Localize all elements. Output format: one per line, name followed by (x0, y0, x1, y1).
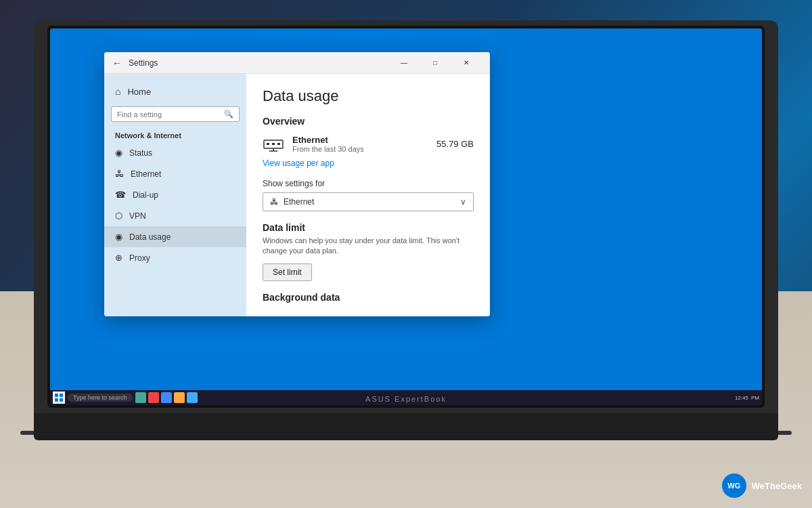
ethernet-size: 55.79 GB (436, 139, 474, 149)
dropdown-eth-icon: 🖧 (270, 197, 278, 207)
screen-bezel: ← Settings — □ ✕ ⌂ Home (47, 26, 765, 408)
taskbar-app-4[interactable] (174, 392, 185, 403)
start-tile-4 (60, 398, 63, 402)
vpn-icon: ⬡ (115, 211, 122, 221)
sidebar-item-label: VPN (129, 211, 146, 221)
page-title: Data usage (263, 87, 474, 105)
start-button[interactable] (53, 391, 65, 404)
ethernet-dropdown[interactable]: 🖧 Ethernet ∨ (263, 192, 474, 211)
overview-section-title: Overview (263, 116, 474, 127)
sidebar-item-proxy[interactable]: ⊕ Proxy (104, 247, 246, 268)
datausage-icon: ◉ (115, 232, 122, 242)
wg-brand-text: WeTheGeek (752, 481, 802, 491)
sidebar-section-title: Network & Internet (104, 126, 246, 142)
start-tile-1 (55, 394, 58, 397)
sidebar-item-label: Status (129, 148, 152, 158)
sidebar-item-ethernet[interactable]: 🖧 Ethernet (104, 163, 246, 184)
watermark: WG WeTheGeek (722, 473, 802, 498)
search-icon: 🔍 (224, 110, 233, 119)
taskbar-app-2[interactable] (148, 392, 159, 403)
ethernet-sidebar-icon: 🖧 (115, 169, 124, 179)
laptop-screen: ← Settings — □ ✕ ⌂ Home (50, 28, 762, 405)
start-tile-2 (60, 394, 63, 397)
ethernet-icon (263, 136, 284, 152)
main-content: Data usage Overview (246, 74, 490, 316)
ethernet-sub: From the last 30 days (292, 145, 436, 153)
data-limit-title: Data limit (263, 222, 474, 233)
sidebar-item-label: Ethernet (131, 169, 161, 179)
settings-body: ⌂ Home 🔍 Network & Internet ◉ Status (104, 74, 490, 316)
overview-row: Ethernet From the last 30 days 55.79 GB (263, 135, 474, 153)
minimize-button[interactable]: — (388, 52, 420, 74)
system-tray: 12:45 PM (735, 395, 759, 401)
svg-rect-3 (277, 143, 280, 145)
taskbar-app-3[interactable] (161, 392, 172, 403)
window-controls: — □ ✕ (388, 52, 482, 74)
show-settings-label: Show settings for (263, 179, 474, 188)
dropdown-value: Ethernet (284, 197, 314, 207)
proxy-icon: ⊕ (115, 253, 122, 263)
sidebar-item-dialup[interactable]: ☎ Dial-up (104, 184, 246, 205)
wg-logo: WG (722, 473, 746, 498)
taskbar-app-1[interactable] (135, 392, 146, 403)
taskbar-search[interactable]: Type here to search (68, 394, 133, 402)
start-tile-3 (55, 398, 58, 402)
settings-window: ← Settings — □ ✕ ⌂ Home (104, 52, 490, 316)
view-usage-link[interactable]: View usage per app (263, 158, 474, 168)
data-limit-desc: Windows can help you stay under your dat… (263, 236, 474, 257)
laptop-lid: ← Settings — □ ✕ ⌂ Home (34, 20, 778, 413)
tray-date: PM (751, 395, 759, 401)
asus-brand-label: ASUS ExpertBook (365, 395, 447, 403)
settings-sidebar: ⌂ Home 🔍 Network & Internet ◉ Status (104, 74, 246, 316)
maximize-button[interactable]: □ (420, 52, 451, 74)
title-bar: ← Settings — □ ✕ (104, 52, 490, 74)
close-button[interactable]: ✕ (451, 52, 482, 74)
ethernet-label: Ethernet (292, 135, 436, 145)
taskbar-search-text: Type here to search (73, 394, 127, 401)
svg-rect-1 (267, 143, 269, 145)
search-input[interactable] (117, 110, 224, 119)
sidebar-home-label: Home (127, 87, 151, 97)
tray-time: 12:45 (735, 395, 748, 401)
wg-logo-text: WG (727, 482, 740, 490)
sidebar-item-vpn[interactable]: ⬡ VPN (104, 205, 246, 226)
laptop-bottom (34, 413, 778, 440)
set-limit-button[interactable]: Set limit (263, 263, 312, 281)
svg-rect-2 (272, 143, 275, 145)
home-icon: ⌂ (115, 86, 120, 97)
sidebar-item-label: Dial-up (133, 190, 158, 200)
sidebar-item-status[interactable]: ◉ Status (104, 142, 246, 163)
back-button[interactable]: ← (112, 58, 122, 68)
sidebar-item-home[interactable]: ⌂ Home (104, 81, 246, 102)
sidebar-item-datausage[interactable]: ◉ Data usage (104, 226, 246, 247)
taskbar-app-5[interactable] (187, 392, 198, 403)
background-data-title: Background data (263, 292, 474, 303)
search-box[interactable]: 🔍 (111, 106, 240, 122)
overview-info: Ethernet From the last 30 days (292, 135, 436, 153)
status-icon: ◉ (115, 148, 122, 158)
sidebar-item-label: Data usage (129, 232, 171, 242)
sidebar-item-label: Proxy (129, 253, 150, 263)
chevron-down-icon: ∨ (460, 197, 466, 207)
window-title: Settings (129, 58, 388, 68)
dialup-icon: ☎ (115, 190, 126, 200)
